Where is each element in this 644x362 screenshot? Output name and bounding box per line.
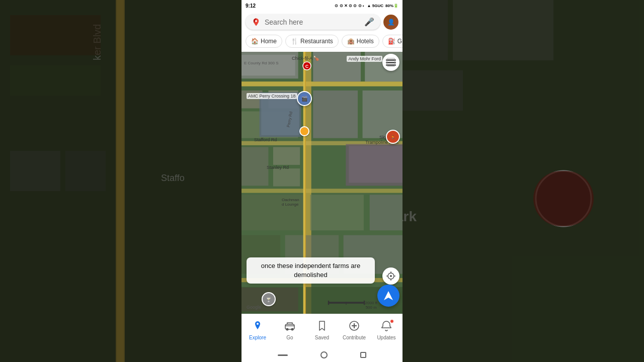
- button-layers[interactable]: [382, 54, 399, 71]
- nav-contribute-label: Contribute: [343, 335, 366, 340]
- phone-frame: 9:12 ⊙ ⊙ ✕ ⊙ ⊙ ⊙ • ▲ 5GUC 80%🔋 Search he…: [242, 0, 403, 362]
- maps-logo-icon: [252, 18, 261, 27]
- status-icons: ⊙ ⊙ ✕ ⊙ ⊙ ⊙ • ▲ 5GUC 80%🔋: [335, 4, 398, 8]
- home-icon: 🏠: [251, 38, 259, 45]
- button-navigate[interactable]: [377, 285, 399, 307]
- avatar[interactable]: 👤: [383, 15, 398, 30]
- nav-saved-label: Saved: [315, 335, 329, 340]
- chip-restaurants-label: Restaurants: [300, 38, 333, 45]
- svg-rect-37: [242, 147, 268, 186]
- svg-point-19: [255, 20, 257, 22]
- signal-strength: ▲ 5GUC: [367, 4, 383, 8]
- nav-contribute[interactable]: Contribute: [338, 320, 370, 340]
- pin-chickfila[interactable]: C: [302, 61, 312, 73]
- svg-text:🏃: 🏃: [390, 135, 395, 140]
- status-time: 9:12: [246, 3, 256, 9]
- updates-badge: [390, 319, 394, 323]
- label-oachman: Oachmand Lounge: [282, 198, 299, 207]
- chip-hotels[interactable]: 🏨 Hotels: [342, 35, 379, 48]
- pin-skyzone[interactable]: 🏃: [386, 130, 400, 144]
- nav-saved[interactable]: Saved: [306, 320, 338, 340]
- go-icon: [284, 320, 295, 334]
- chip-hotels-label: Hotels: [357, 38, 374, 45]
- svg-rect-39: [273, 168, 300, 187]
- svg-rect-64: [386, 59, 396, 61]
- filter-row: 🏠 Home 🍴 Restaurants 🏨 Hotels ⛽ G…: [242, 33, 403, 52]
- android-home-button[interactable]: [320, 351, 328, 358]
- chip-gas[interactable]: ⛽ G…: [382, 35, 403, 48]
- label-stafford: Stafford Rd: [254, 137, 277, 142]
- button-location-center[interactable]: [382, 267, 399, 285]
- label-scale: 2000 ft500 m: [365, 301, 377, 310]
- svg-point-77: [286, 328, 289, 330]
- android-menu-button[interactable]: [278, 354, 288, 356]
- label-chick-fil-a: Chick-fil-A 🍗: [292, 56, 319, 61]
- callout-text: once these independent farms are demolis…: [261, 262, 360, 279]
- restaurant-icon: 🍴: [291, 38, 298, 45]
- label-google: Google: [247, 305, 261, 310]
- svg-rect-38: [273, 147, 300, 165]
- svg-rect-65: [386, 62, 396, 63]
- chip-gas-label: G…: [397, 38, 403, 45]
- svg-marker-74: [384, 291, 393, 300]
- label-andy-mohr: Andy Mohr Ford: [347, 56, 382, 62]
- svg-text:🎬: 🎬: [301, 96, 308, 102]
- chip-home-label: Home: [261, 38, 277, 45]
- explore-icon: [252, 320, 263, 334]
- contribute-icon: [349, 320, 360, 334]
- svg-rect-53: [328, 301, 329, 305]
- svg-text:🍸: 🍸: [266, 297, 271, 302]
- svg-point-75: [257, 323, 259, 325]
- svg-rect-55: [346, 302, 346, 305]
- map-area[interactable]: E County Rd 300 S Chick-fil-A 🍗 Andy Moh…: [242, 52, 403, 314]
- saved-icon: [316, 320, 328, 334]
- nav-explore[interactable]: Explore: [242, 320, 274, 340]
- notification-icons: ⊙ ⊙ ✕ ⊙ ⊙ ⊙ •: [335, 4, 364, 8]
- svg-rect-32: [261, 94, 299, 135]
- nav-go-label: Go: [286, 335, 293, 340]
- svg-point-78: [291, 328, 294, 330]
- nav-updates-label: Updates: [377, 335, 395, 340]
- nav-explore-label: Explore: [249, 335, 266, 340]
- android-nav-bar: [242, 348, 403, 362]
- search-bar: Search here 🎤 👤: [242, 11, 403, 33]
- nav-updates[interactable]: Updates: [370, 320, 403, 340]
- chip-restaurants[interactable]: 🍴 Restaurants: [285, 35, 339, 48]
- chip-home[interactable]: 🏠 Home: [246, 35, 282, 48]
- svg-rect-44: [370, 195, 403, 230]
- battery-icon: 80%🔋: [385, 4, 398, 8]
- bottom-nav: Explore Go: [242, 314, 403, 348]
- gas-icon: ⛽: [388, 38, 395, 45]
- svg-rect-43: [310, 195, 364, 230]
- label-amc: AMC Perry Crossing 18: [247, 93, 297, 99]
- pin-oachman[interactable]: 🍸: [262, 292, 276, 306]
- svg-rect-21: [242, 81, 403, 86]
- android-back-button[interactable]: [360, 352, 366, 358]
- hotel-icon: 🏨: [347, 38, 355, 45]
- pin-amc[interactable]: 🎬: [297, 91, 312, 106]
- svg-rect-66: [386, 64, 396, 66]
- mic-icon[interactable]: 🎤: [364, 17, 374, 27]
- status-bar: 9:12 ⊙ ⊙ ✕ ⊙ ⊙ ⊙ • ▲ 5GUC 80%🔋: [242, 0, 403, 11]
- map-callout: once these independent farms are demolis…: [247, 257, 375, 284]
- svg-text:C: C: [305, 64, 309, 69]
- svg-rect-41: [349, 146, 403, 183]
- label-county-road: E County Rd 300 S: [244, 61, 278, 65]
- nav-go[interactable]: Go: [274, 320, 306, 340]
- pin-yellow[interactable]: [299, 126, 309, 136]
- search-input-container[interactable]: Search here 🎤: [246, 14, 380, 30]
- screen-wrapper: ker Blvd Staffo Sky Zone npoline Park: [0, 0, 644, 362]
- svg-rect-24: [242, 189, 403, 193]
- svg-rect-35: [313, 90, 358, 138]
- updates-icon: [381, 320, 392, 334]
- search-input[interactable]: Search here: [265, 18, 360, 26]
- label-stanley: Stanley Rd: [267, 165, 289, 170]
- svg-point-69: [390, 275, 392, 277]
